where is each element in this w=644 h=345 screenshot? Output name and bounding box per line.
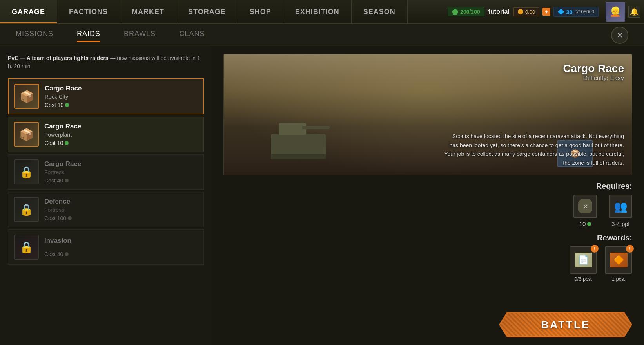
req-people-icon: 👥 [614, 200, 628, 213]
reward-badge-1: ! [591, 245, 599, 253]
lock-icon-invasion: 🔒 [20, 241, 33, 254]
rewards-label: Rewards: [223, 233, 632, 242]
req-crystal-icon [587, 222, 591, 226]
mission-item-defence-fortress[interactable]: 🔒 Defence Fortress Cost 100 [8, 192, 204, 227]
mission-info-cargo-power: Cargo Race Powerplant Cost 10 [44, 123, 198, 146]
nav-tab-shop[interactable]: Shop [238, 0, 283, 23]
nav-tab-garage[interactable]: Garage [0, 0, 57, 23]
mission-icon-invasion: 🔒 [14, 235, 39, 260]
cost-value-defence-fortress: 100 [57, 215, 66, 221]
reward-icon-box-2: ! 🔶 [605, 246, 632, 274]
reward-icon-box-1: ! 📄 [570, 246, 597, 274]
mission-cost-cargo-rock: Cost 10 [45, 102, 198, 108]
close-button[interactable]: ✕ [611, 27, 628, 44]
reward-item-1: ! 📄 0/6 pcs. [570, 246, 597, 282]
cost-label-invasion: Cost [44, 251, 56, 257]
req-cost-value: 10 [579, 220, 591, 227]
health-bar: 200/200 [448, 7, 484, 16]
lock-icon-defence-fortress: 🔒 [20, 203, 33, 216]
cost-label-cargo-power: Cost [44, 140, 56, 146]
sub-tab-raids[interactable]: Raids [77, 30, 100, 40]
reward-item-2: ! 🔶 1 pcs. [605, 246, 632, 282]
mission-icon-cargo-power: 📦 [14, 122, 39, 147]
mission-name-defence-fortress: Defence [44, 198, 198, 206]
mission-item-cargo-power[interactable]: 📦 Cargo Race Powerplant Cost 10 [8, 117, 204, 152]
cost-label-cargo-fortress: Cost [44, 177, 56, 184]
currency-bar: 0,00 + 30 0/108000 [513, 7, 599, 17]
mission-cost-cargo-fortress: Cost 40 [44, 177, 198, 184]
reward-badge-2: ! [626, 245, 634, 253]
lock-icon-cargo-fortress: 🔒 [20, 166, 33, 179]
cost-label-cargo-rock: Cost [45, 102, 56, 108]
reward-plank-icon: 🔶 [610, 253, 628, 267]
cargo-chest-icon: 📦 [20, 90, 34, 103]
scene-description: Scouts have located the site of a recent… [444, 132, 624, 167]
mission-cost-invasion: Cost 40 [44, 251, 198, 257]
cost-value-invasion: 40 [57, 251, 63, 257]
crystals-value: 30 [566, 9, 573, 15]
nav-right: 200/200 tutorial 0,00 + 30 0/108000 👱 🔔 [444, 0, 644, 23]
gold-icon [518, 9, 523, 14]
cost-label-defence-fortress: Cost [44, 215, 56, 221]
nav-tab-market[interactable]: Market [120, 0, 176, 23]
mission-sub-defence-fortress: Fortress [44, 207, 198, 213]
top-nav: Garage Factions Market Storage Shop Exhi… [0, 0, 644, 24]
tank-turret [279, 123, 306, 135]
mission-item-cargo-fortress[interactable]: 🔒 Cargo Race Fortress Cost 40 [8, 154, 204, 190]
mission-name-cargo-fortress: Cargo Race [44, 160, 198, 168]
gold-amount: 0,00 [513, 7, 539, 16]
req-item-cost: ✕ 10 [573, 195, 597, 227]
req-item-people: 👥 3-4 ppl [609, 195, 632, 227]
add-gold-button[interactable]: + [542, 8, 550, 16]
mission-info-defence-fortress: Defence Fortress Cost 100 [44, 198, 198, 221]
tank-vehicle [271, 134, 326, 155]
gold-value: 0,00 [525, 9, 535, 15]
tank-tread [271, 154, 326, 159]
right-panel: 📦 Cargo Race Difficulty: Easy Scouts hav… [212, 46, 644, 345]
mission-info-cargo-fortress: Cargo Race Fortress Cost 40 [44, 160, 198, 184]
reward-label-2: 1 pcs. [612, 276, 626, 282]
pve-highlight: PvE — A team of players fights raiders [8, 55, 109, 61]
avatar[interactable]: 👱 [606, 2, 625, 22]
battle-scene: 📦 Cargo Race Difficulty: Easy Scouts hav… [223, 54, 632, 175]
mission-sub-cargo-rock: Rock City [45, 94, 198, 100]
mission-icon-cargo-fortress: 🔒 [14, 159, 39, 184]
sub-tab-clans[interactable]: Clans [179, 30, 205, 40]
cost-crystal-icon-2 [65, 141, 69, 145]
cost-crystal-icon-5 [65, 252, 69, 256]
pve-description: PvE — A team of players fights raiders —… [8, 54, 204, 70]
mission-sub-cargo-fortress: Fortress [44, 169, 198, 175]
tank-gun [302, 126, 330, 129]
mission-cost-defence-fortress: Cost 100 [44, 215, 198, 221]
req-people-icon-box: 👥 [609, 195, 632, 218]
notification-button[interactable]: 🔔 [628, 6, 640, 18]
mission-info-cargo-rock: Cargo Race Rock City Cost 10 [45, 85, 198, 108]
reward-label-1: 0/6 pcs. [574, 276, 592, 282]
crystals-progress: 0/108000 [575, 9, 594, 14]
battle-button[interactable]: BATTLE [499, 312, 632, 337]
sub-tab-missions[interactable]: Missions [16, 30, 53, 40]
mission-info-invasion: Invasion Cost 40 [44, 237, 198, 257]
scene-difficulty: Difficulty: Easy [563, 75, 624, 82]
cost-value-cargo-rock: 10 [58, 102, 64, 108]
cost-crystal-icon-3 [65, 179, 69, 182]
mission-sub-cargo-power: Powerplant [44, 132, 198, 138]
mission-item-invasion[interactable]: 🔒 Invasion Cost 40 [8, 229, 204, 265]
tank-body [271, 134, 326, 155]
nav-tab-factions[interactable]: Factions [57, 0, 120, 23]
avatar-image: 👱 [606, 3, 624, 21]
requires-items: ✕ 10 👥 3-4 ppl [223, 195, 632, 227]
nav-tab-season[interactable]: Season [352, 0, 408, 23]
cost-value-cargo-power: 10 [57, 140, 63, 146]
mission-item-cargo-rock[interactable]: 📦 Cargo Race Rock City Cost 10 [8, 78, 204, 114]
reward-paper-icon: 📄 [575, 253, 592, 267]
sub-tab-brawls[interactable]: Brawls [124, 30, 156, 40]
requires-label: Requires: [223, 182, 632, 191]
req-people-value: 3-4 ppl [611, 220, 629, 227]
nav-tab-exhibition[interactable]: Exhibition [283, 0, 352, 23]
cost-crystal-icon-4 [68, 216, 72, 220]
mission-name-cargo-power: Cargo Race [44, 123, 198, 130]
health-value: 200/200 [460, 9, 480, 15]
rewards-items: ! 📄 0/6 pcs. ! 🔶 1 pcs. [223, 246, 632, 282]
nav-tab-storage[interactable]: Storage [176, 0, 238, 23]
